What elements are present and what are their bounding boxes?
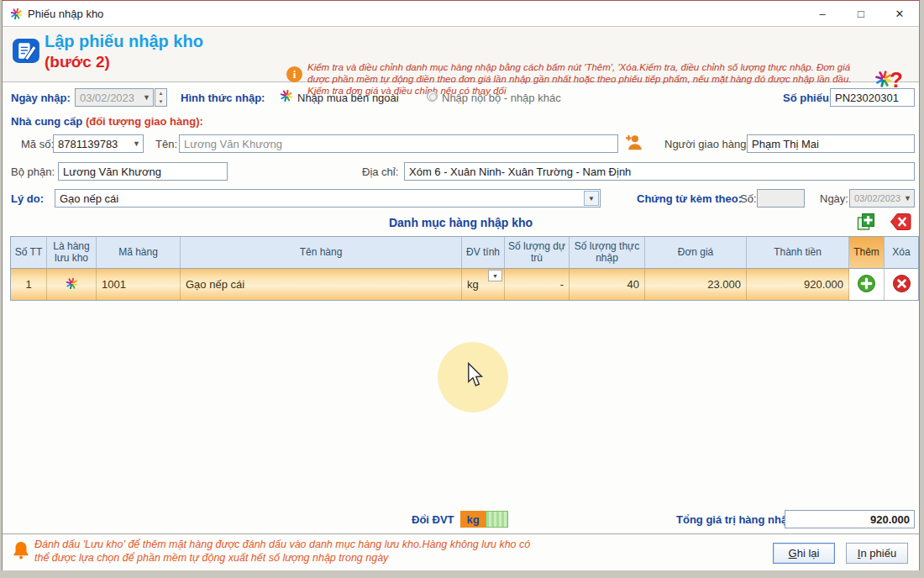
chevron-down-icon	[140, 93, 153, 102]
table-title: Danh mục hàng nhập kho	[3, 216, 919, 229]
col-header-sl-du-tru[interactable]: Số lượng dự trù	[505, 237, 570, 269]
supplier-heading: Nhà cung cấp (đối tượng giao hàng):	[11, 115, 203, 128]
chevron-down-icon	[901, 194, 914, 202]
ngay-nhap-label: Ngày nhập:	[11, 92, 71, 104]
page-step: (bước 2)	[45, 53, 110, 71]
radio-internal[interactable]	[427, 91, 438, 102]
ma-so-label: Mã số:	[21, 138, 54, 150]
title-bar: Phiếu nhập kho – □ ✕	[3, 1, 919, 27]
chevron-down-icon	[130, 139, 143, 148]
app-window: Phiếu nhập kho – □ ✕ Lập phiếu nhập kho …	[2, 0, 920, 570]
tong-gia-tri-field[interactable]: 920.000	[785, 510, 915, 528]
tong-gia-tri-label: Tổng giá trị hàng nhập:	[676, 513, 797, 526]
cell-dv-tinh[interactable]: kg	[462, 269, 505, 300]
doi-dvt-green-swatch[interactable]	[486, 511, 508, 528]
cell-ten-hang: Gạo nếp cái	[181, 269, 462, 300]
chung-tu-ngay-value: 03/02/2023	[850, 193, 901, 203]
ten-label: Tên:	[155, 138, 177, 150]
add-person-icon[interactable]	[623, 133, 643, 155]
doi-dvt-unit-badge[interactable]: kg	[460, 511, 486, 528]
info-icon: i	[286, 66, 302, 82]
col-header-them[interactable]: Thêm	[849, 237, 885, 269]
cell-thanh-tien: 920.000	[747, 269, 849, 300]
mouse-cursor-icon	[466, 362, 485, 391]
luu-kho-pinwheel-icon	[66, 277, 78, 292]
save-button-label: Ghi lại	[789, 547, 820, 560]
footer-bar: Đánh dấu 'Lưu kho' để thêm mặt hàng được…	[3, 533, 919, 570]
radio-external-pinwheel-icon[interactable]	[280, 89, 293, 106]
close-button[interactable]: ✕	[880, 1, 919, 27]
chung-tu-label: Chứng từ kèm theo:	[637, 192, 742, 205]
cell-them[interactable]	[849, 269, 885, 300]
ngay-nhap-value: 03/02/2023	[76, 92, 140, 104]
edit-document-icon	[12, 35, 43, 70]
ly-do-value: Gạo nếp cái	[55, 192, 584, 205]
footer-note: Đánh dấu 'Lưu kho' để thêm mặt hàng được…	[34, 538, 547, 565]
add-row-icon[interactable]	[856, 212, 876, 235]
col-header-ma-hang[interactable]: Mã hàng	[97, 237, 181, 269]
cell-stt: 1	[11, 269, 47, 300]
chung-tu-so-field[interactable]	[757, 189, 805, 208]
ly-do-label: Lý do:	[11, 192, 44, 205]
add-item-icon[interactable]	[857, 274, 876, 296]
cell-don-gia[interactable]: 23.000	[645, 269, 747, 300]
ma-so-combobox[interactable]: 8781139783	[53, 134, 144, 153]
radio-external-label[interactable]: Nhập mua bên ngoài	[297, 92, 399, 104]
dia-chi-field[interactable]: Xóm 6 - Xuân Ninh- Xuân Trường - Nam Địn…	[404, 162, 915, 181]
items-table: Số TT Là hàng lưu kho Mã hàng Tên hàng Đ…	[10, 236, 919, 301]
chung-tu-so-label: Số:	[740, 192, 757, 205]
cell-luu-kho[interactable]	[47, 269, 97, 300]
bo-phan-label: Bộ phận:	[11, 166, 55, 178]
dia-chi-label: Địa chỉ:	[362, 166, 398, 178]
radio-internal-label[interactable]: Nhập nội bộ - nhập khác	[442, 92, 561, 104]
bell-icon	[11, 540, 31, 564]
col-header-stt[interactable]: Số TT	[11, 237, 47, 269]
table-header-row: Số TT Là hàng lưu kho Mã hàng Tên hàng Đ…	[11, 237, 918, 269]
col-header-ten-hang[interactable]: Tên hàng	[181, 237, 462, 269]
col-header-dv-tinh[interactable]: ĐV tính	[462, 237, 505, 269]
save-button[interactable]: Ghi lại	[773, 543, 835, 564]
so-phieu-field[interactable]: PN23020301	[830, 88, 915, 107]
app-pinwheel-icon	[10, 8, 23, 20]
chung-tu-ngay-label: Ngày:	[820, 192, 848, 205]
cell-ma-hang: 1001	[97, 269, 181, 300]
supplier-heading-note: (đối tượng giao hàng):	[86, 115, 203, 128]
print-button-label: In phiếu	[858, 547, 896, 560]
cell-sl-thuc-nhap[interactable]: 40	[570, 269, 645, 300]
col-header-thanh-tien[interactable]: Thành tiền	[747, 237, 849, 269]
col-header-luu-kho[interactable]: Là hàng lưu kho	[47, 237, 97, 269]
hinh-thuc-label: Hình thức nhập:	[181, 92, 265, 104]
nguoi-giao-label: Người giao hàng:	[664, 138, 749, 150]
chevron-down-icon[interactable]	[584, 191, 599, 206]
dv-tinh-value: kg	[467, 278, 479, 291]
supplier-heading-main: Nhà cung cấp	[11, 115, 82, 128]
window-title: Phiếu nhập kho	[28, 8, 103, 20]
col-header-xoa[interactable]: Xóa	[885, 237, 918, 269]
minimize-button[interactable]: –	[803, 1, 842, 27]
ma-so-value: 8781139783	[54, 138, 130, 150]
delete-row-icon[interactable]	[890, 213, 911, 234]
ten-field[interactable]: Lương Văn Khương	[179, 134, 618, 153]
col-header-sl-thuc-nhap[interactable]: Số lượng thực nhập	[570, 237, 645, 269]
cell-sl-du-tru[interactable]: -	[505, 269, 570, 300]
ly-do-combobox[interactable]: Gạo nếp cái	[55, 189, 601, 208]
remove-item-icon[interactable]	[892, 274, 911, 296]
chevron-down-icon[interactable]	[488, 270, 502, 281]
ngay-nhap-spinner[interactable]: ▲▼	[155, 88, 167, 107]
page-header: Lập phiếu nhập kho (bước 2) i Kiểm tra v…	[3, 28, 919, 82]
so-phieu-label: Số phiếu:	[783, 92, 832, 104]
table-row[interactable]: 1 1001 Gạo nếp cái	[11, 269, 918, 300]
chung-tu-ngay-datepicker[interactable]: 03/02/2023	[849, 189, 915, 208]
bo-phan-field[interactable]: Lương Văn Khương	[58, 162, 228, 181]
col-header-don-gia[interactable]: Đơn giá	[645, 237, 747, 269]
ngay-nhap-datepicker[interactable]: 03/02/2023	[75, 88, 154, 107]
help-question-mark: ?	[890, 70, 903, 90]
maximize-button[interactable]: □	[842, 1, 880, 27]
doi-dvt-label: Đổi ĐVT	[412, 513, 454, 526]
nguoi-giao-field[interactable]: Phạm Thị Mai	[747, 134, 915, 153]
print-button[interactable]: In phiếu	[846, 543, 908, 564]
page-title: Lập phiếu nhập kho	[45, 32, 203, 51]
cell-xoa[interactable]	[885, 269, 918, 300]
